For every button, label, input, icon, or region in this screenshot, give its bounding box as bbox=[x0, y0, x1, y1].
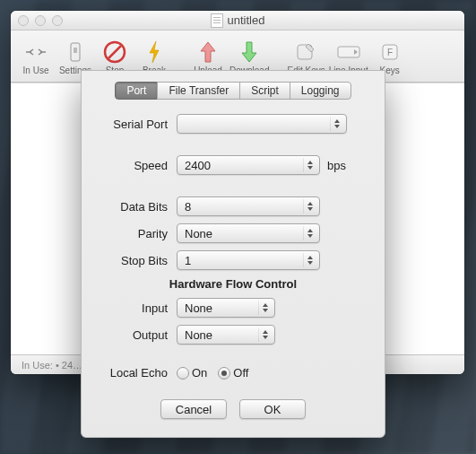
label-data-bits: Data Bits bbox=[98, 200, 177, 214]
label-stop-bits: Stop Bits bbox=[98, 254, 177, 267]
window-title: untitled bbox=[11, 13, 464, 28]
stop-bits-value: 1 bbox=[185, 254, 191, 267]
stop-icon bbox=[102, 39, 127, 65]
serial-port-select[interactable] bbox=[177, 114, 347, 134]
upload-icon bbox=[195, 39, 221, 65]
stop-bits-select[interactable]: 1 bbox=[177, 250, 320, 270]
svg-rect-1 bbox=[74, 48, 77, 53]
label-serial-port: Serial Port bbox=[98, 118, 177, 131]
radio-local-echo-off[interactable]: Off bbox=[218, 366, 248, 380]
data-bits-value: 8 bbox=[185, 200, 191, 214]
tab-port[interactable]: Port bbox=[115, 82, 158, 100]
tab-logging[interactable]: Logging bbox=[290, 82, 351, 100]
stepper-arrows-icon bbox=[303, 226, 316, 240]
keys-icon: F bbox=[377, 39, 402, 65]
speed-select[interactable]: 2400 bbox=[177, 155, 320, 175]
radio-on-label: On bbox=[192, 366, 207, 380]
break-icon bbox=[142, 39, 167, 65]
radio-icon bbox=[218, 367, 230, 380]
svg-line-3 bbox=[108, 46, 121, 58]
edit-keys-icon bbox=[294, 39, 319, 65]
speed-unit: bps bbox=[327, 159, 346, 172]
sheet-tabs: Port File Transfer Script Logging bbox=[98, 82, 368, 100]
label-output: Output bbox=[98, 328, 177, 342]
local-echo-radios: On Off bbox=[177, 366, 248, 380]
cancel-button[interactable]: Cancel bbox=[160, 399, 227, 419]
parity-select[interactable]: None bbox=[177, 223, 320, 243]
stepper-arrows-icon bbox=[258, 301, 271, 315]
speed-value: 2400 bbox=[185, 159, 211, 172]
svg-text:F: F bbox=[387, 48, 393, 57]
parity-value: None bbox=[185, 227, 212, 240]
document-icon bbox=[211, 13, 223, 28]
window-controls bbox=[11, 15, 63, 26]
data-bits-select[interactable]: 8 bbox=[177, 196, 320, 216]
label-speed: Speed bbox=[98, 159, 177, 172]
download-icon bbox=[237, 39, 262, 65]
title-bar[interactable]: untitled bbox=[11, 11, 464, 31]
stepper-arrows-icon bbox=[258, 327, 271, 342]
label-input: Input bbox=[98, 301, 177, 315]
radio-local-echo-on[interactable]: On bbox=[177, 366, 207, 380]
close-button[interactable] bbox=[18, 15, 29, 26]
input-flow-select[interactable]: None bbox=[177, 298, 275, 318]
toolbar-in-use[interactable]: In Use bbox=[16, 39, 56, 75]
input-flow-value: None bbox=[185, 301, 212, 315]
output-flow-value: None bbox=[185, 328, 212, 342]
port-settings-sheet: Port File Transfer Script Logging Serial… bbox=[81, 70, 385, 438]
label-parity: Parity bbox=[98, 227, 177, 240]
tab-file-transfer[interactable]: File Transfer bbox=[157, 82, 240, 100]
tab-script[interactable]: Script bbox=[239, 82, 290, 100]
stepper-arrows-icon bbox=[303, 158, 316, 172]
minimize-button[interactable] bbox=[35, 15, 46, 26]
toolbar-label: In Use bbox=[23, 65, 49, 75]
radio-icon bbox=[177, 367, 189, 380]
stepper-arrows-icon bbox=[303, 199, 316, 214]
ok-button[interactable]: OK bbox=[239, 399, 306, 419]
settings-icon bbox=[63, 39, 88, 65]
hardware-flow-heading: Hardware Flow Control bbox=[98, 277, 368, 291]
label-local-echo: Local Echo bbox=[98, 366, 177, 380]
radio-off-label: Off bbox=[233, 366, 248, 380]
line-input-icon bbox=[336, 39, 361, 65]
window-title-text: untitled bbox=[228, 13, 265, 27]
stepper-arrows-icon bbox=[330, 117, 342, 131]
status-text: In Use: • 24… bbox=[22, 360, 82, 371]
zoom-button[interactable] bbox=[52, 15, 63, 26]
in-use-icon bbox=[23, 39, 48, 65]
output-flow-select[interactable]: None bbox=[177, 325, 275, 345]
stepper-arrows-icon bbox=[303, 253, 316, 267]
